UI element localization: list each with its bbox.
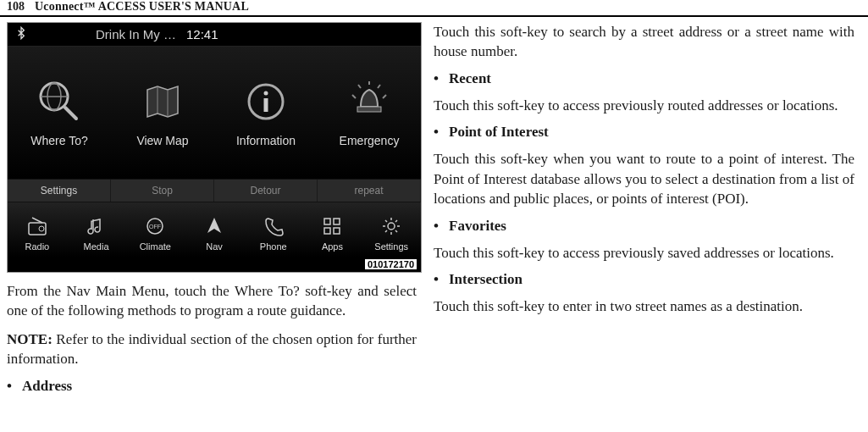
para-poi: Touch this soft-key when you want to rou… bbox=[434, 149, 854, 208]
nav-icon bbox=[202, 213, 227, 239]
bullet-text: Favorites bbox=[449, 218, 506, 235]
media-icon bbox=[84, 213, 109, 239]
bot-btn-label: Phone bbox=[260, 241, 287, 252]
apps-icon bbox=[319, 213, 345, 239]
tile-where-to[interactable]: Where To? bbox=[8, 47, 111, 179]
page-header: 108 Uconnect™ ACCESS USER'S MANUAL bbox=[0, 0, 868, 17]
tile-information[interactable]: Information bbox=[214, 47, 318, 179]
phone-icon bbox=[261, 213, 286, 239]
bot-btn-label: Settings bbox=[374, 241, 408, 252]
bluetooth-icon bbox=[14, 26, 33, 42]
svg-rect-10 bbox=[29, 223, 46, 235]
mid-button-row: Settings Stop Detour repeat bbox=[8, 179, 421, 202]
tile-view-map[interactable]: View Map bbox=[111, 47, 214, 179]
page-number: 108 bbox=[7, 0, 25, 14]
bot-btn-nav[interactable]: Nav bbox=[185, 208, 244, 257]
mid-btn-label: Stop bbox=[152, 185, 173, 197]
bullet-recent: • Recent bbox=[434, 70, 854, 87]
nav-screenshot: Drink In My … 12:41 Where To? bbox=[7, 22, 422, 273]
svg-text:OFF: OFF bbox=[149, 224, 161, 230]
content-wrapper: Drink In My … 12:41 Where To? bbox=[0, 17, 868, 395]
svg-rect-9 bbox=[357, 107, 381, 112]
para-intersection: Touch this soft-key to enter in two stre… bbox=[434, 296, 854, 316]
bullet-dot: • bbox=[434, 70, 449, 87]
tile-label: Information bbox=[236, 134, 296, 147]
svg-rect-18 bbox=[334, 228, 340, 234]
mid-btn-settings[interactable]: Settings bbox=[8, 180, 111, 202]
bot-btn-label: Media bbox=[84, 241, 109, 252]
bot-btn-climate[interactable]: OFF Climate bbox=[125, 208, 185, 257]
intro-paragraph: From the Nav Main Menu, touch the Where … bbox=[7, 281, 417, 321]
right-column: Touch this soft-key to search by a stree… bbox=[430, 22, 854, 395]
bullet-text: Point of Interest bbox=[449, 124, 549, 141]
bottom-button-row: Radio Media OFF Climate bbox=[8, 202, 421, 257]
note-paragraph: NOTE: Refer to the individual section of… bbox=[7, 330, 417, 369]
mid-btn-detour[interactable]: Detour bbox=[214, 180, 318, 202]
mid-btn-label: Detour bbox=[250, 185, 280, 197]
svg-rect-16 bbox=[334, 219, 340, 224]
para-address: Touch this soft-key to search by a stree… bbox=[434, 22, 854, 62]
bullet-dot: • bbox=[434, 124, 449, 141]
tile-label: View Map bbox=[136, 134, 188, 147]
bot-btn-label: Apps bbox=[322, 241, 343, 252]
bot-btn-label: Climate bbox=[140, 241, 171, 252]
bullet-poi: • Point of Interest bbox=[434, 124, 854, 141]
bot-btn-settings[interactable]: Settings bbox=[362, 208, 421, 257]
bullet-text: Intersection bbox=[449, 271, 522, 288]
status-song-title: Drink In My … bbox=[96, 27, 176, 42]
emergency-icon bbox=[346, 78, 393, 125]
bullet-favorites: • Favorites bbox=[434, 218, 854, 235]
magnifier-globe-icon bbox=[36, 78, 83, 125]
mid-btn-label: Settings bbox=[41, 185, 77, 197]
mid-btn-repeat[interactable]: repeat bbox=[318, 180, 421, 202]
svg-point-19 bbox=[388, 223, 395, 230]
bullet-address: • Address bbox=[7, 378, 417, 395]
main-menu-row: Where To? View Map bbox=[8, 47, 421, 179]
bullet-dot: • bbox=[7, 378, 22, 395]
bot-btn-media[interactable]: Media bbox=[67, 208, 126, 257]
bot-btn-radio[interactable]: Radio bbox=[8, 208, 67, 257]
svg-rect-15 bbox=[324, 219, 330, 224]
gear-icon bbox=[379, 213, 404, 239]
para-recent: Touch this soft-key to access previously… bbox=[434, 96, 854, 115]
header-title: Uconnect™ ACCESS USER'S MANUAL bbox=[35, 0, 249, 14]
info-icon bbox=[242, 78, 290, 125]
svg-line-11 bbox=[32, 218, 42, 223]
bullet-intersection: • Intersection bbox=[434, 271, 854, 288]
svg-point-7 bbox=[264, 91, 268, 96]
bullet-text: Address bbox=[22, 378, 72, 395]
mid-btn-stop[interactable]: Stop bbox=[111, 180, 214, 202]
radio-icon bbox=[25, 213, 50, 239]
image-id-label: 010172170 bbox=[364, 258, 417, 270]
map-icon bbox=[139, 78, 186, 125]
left-column: Drink In My … 12:41 Where To? bbox=[7, 22, 430, 395]
tile-label: Emergency bbox=[340, 134, 400, 147]
bot-btn-label: Nav bbox=[206, 241, 223, 252]
svg-rect-17 bbox=[324, 228, 330, 234]
bullet-dot: • bbox=[434, 218, 449, 235]
status-bar: Drink In My … 12:41 bbox=[8, 23, 421, 47]
svg-point-12 bbox=[39, 226, 44, 231]
status-time: 12:41 bbox=[186, 27, 218, 42]
note-text: Refer to the individual section of the c… bbox=[7, 331, 417, 367]
climate-icon: OFF bbox=[142, 213, 168, 239]
bot-btn-apps[interactable]: Apps bbox=[303, 208, 362, 257]
bullet-text: Recent bbox=[449, 70, 491, 87]
bot-btn-phone[interactable]: Phone bbox=[244, 208, 303, 257]
tile-label: Where To? bbox=[30, 134, 87, 147]
mid-btn-label: repeat bbox=[354, 185, 383, 197]
tile-emergency[interactable]: Emergency bbox=[318, 47, 421, 179]
bullet-dot: • bbox=[434, 271, 449, 288]
note-label: NOTE: bbox=[7, 331, 53, 347]
svg-line-3 bbox=[65, 108, 76, 119]
para-favorites: Touch this soft-key to access previously… bbox=[434, 243, 854, 263]
svg-rect-8 bbox=[264, 98, 268, 112]
bot-btn-label: Radio bbox=[25, 241, 49, 252]
